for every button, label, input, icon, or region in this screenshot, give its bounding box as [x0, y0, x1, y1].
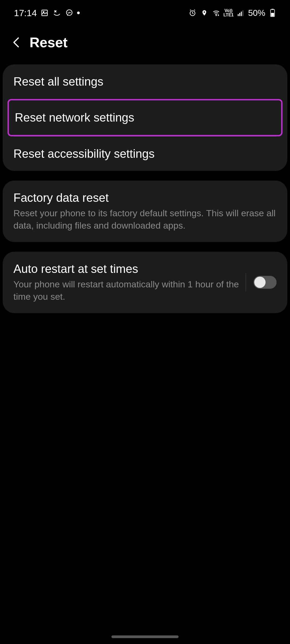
toggle-knob	[254, 277, 266, 288]
list-item-label: Reset accessibility settings	[13, 147, 277, 161]
list-item-label: Factory data reset	[13, 191, 277, 205]
svg-rect-6	[238, 14, 239, 16]
battery-percent: 50%	[248, 8, 265, 18]
location-icon	[200, 8, 209, 17]
factory-reset-card: Factory data reset Reset your phone to i…	[3, 181, 287, 242]
auto-restart-item[interactable]: Auto restart at set times Your phone wil…	[3, 252, 287, 313]
list-item-label: Reset all settings	[13, 75, 277, 89]
reset-options-card: Reset all settings Reset network setting…	[3, 64, 287, 171]
list-item-label: Reset network settings	[15, 111, 275, 125]
gallery-icon	[40, 8, 49, 17]
svg-rect-12	[271, 13, 274, 16]
signal-icon	[236, 8, 245, 17]
status-left: 17:14	[14, 8, 80, 18]
wifi-icon	[212, 8, 221, 17]
back-button[interactable]	[11, 37, 21, 48]
alarm-icon	[188, 8, 197, 17]
chevron-left-icon	[12, 36, 20, 48]
toggle-item-text: Auto restart at set times Your phone wil…	[13, 262, 243, 303]
svg-point-4	[204, 12, 205, 13]
navigation-handle[interactable]	[111, 635, 179, 638]
svg-rect-9	[242, 10, 244, 16]
list-item-subtitle: Your phone will restart automatically wi…	[13, 278, 243, 303]
toggle-separator	[246, 273, 246, 292]
list-item-subtitle: Reset your phone to its factory default …	[13, 207, 277, 232]
notification-dot-icon	[77, 12, 80, 14]
messenger-icon	[65, 8, 74, 17]
page-title: Reset	[30, 34, 68, 50]
factory-data-reset-item[interactable]: Factory data reset Reset your phone to i…	[3, 181, 287, 242]
auto-restart-card: Auto restart at set times Your phone wil…	[3, 252, 287, 313]
svg-rect-7	[239, 13, 240, 16]
missed-call-icon	[52, 8, 61, 17]
reset-all-settings-item[interactable]: Reset all settings	[3, 64, 287, 99]
content-area: Reset all settings Reset network setting…	[0, 59, 290, 328]
battery-icon	[268, 8, 277, 17]
reset-accessibility-settings-item[interactable]: Reset accessibility settings	[3, 137, 287, 171]
svg-rect-8	[241, 12, 242, 16]
status-time: 17:14	[14, 8, 37, 18]
app-header: Reset	[0, 21, 290, 59]
list-item-label: Auto restart at set times	[13, 262, 243, 276]
auto-restart-toggle[interactable]	[253, 276, 277, 289]
network-type-icon: Vo)) LTE1	[223, 9, 234, 17]
status-bar: 17:14	[0, 0, 290, 21]
status-right: Vo)) LTE1 50%	[188, 8, 277, 18]
svg-point-5	[216, 15, 216, 16]
reset-network-settings-item[interactable]: Reset network settings	[8, 99, 282, 136]
